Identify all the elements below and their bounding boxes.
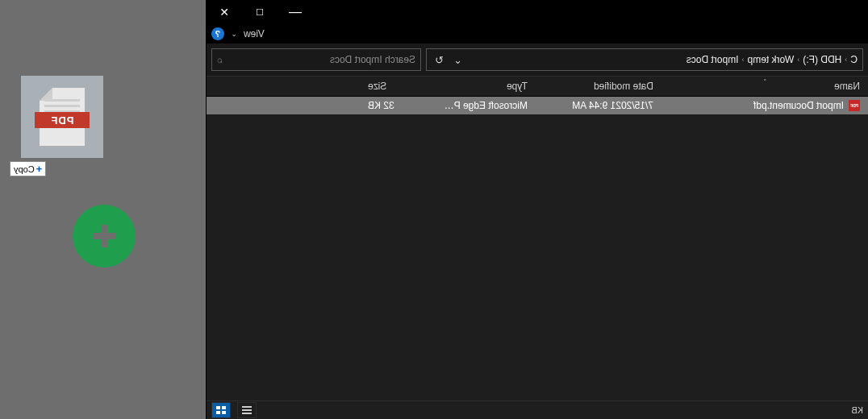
- add-button[interactable]: [73, 205, 136, 268]
- crumb-worktemp[interactable]: Work temp: [748, 54, 795, 65]
- menubar: View ⌄ ?: [207, 24, 868, 44]
- crumb-importdocs[interactable]: Import Docs: [686, 54, 739, 65]
- columns-header: ˄ Name Date modified Type Size: [207, 76, 868, 97]
- file-list[interactable]: PDF Import Document.pdf 7/15/2021 9:44 A…: [207, 97, 868, 400]
- column-date[interactable]: Date modified: [536, 81, 661, 92]
- crumb-hdd[interactable]: HDD (F:): [803, 54, 841, 65]
- dragged-pdf-icon[interactable]: PDF: [21, 76, 103, 158]
- file-type: Microsoft Edge P…: [444, 100, 528, 111]
- svg-rect-6: [216, 411, 220, 414]
- file-row[interactable]: PDF Import Document.pdf 7/15/2021 9:44 A…: [207, 97, 868, 114]
- svg-rect-1: [242, 409, 252, 411]
- pdf-band-label: PDF: [35, 112, 90, 128]
- pdf-file-icon: PDF: [849, 100, 860, 111]
- sort-asc-icon: ˄: [763, 79, 766, 85]
- maximize-button[interactable]: ☐: [242, 0, 278, 24]
- column-type[interactable]: Type: [431, 81, 536, 92]
- titlebar[interactable]: — ☐ ✕: [207, 0, 868, 24]
- crumb-c[interactable]: C: [850, 54, 858, 65]
- view-icons-button[interactable]: [211, 402, 231, 418]
- search-placeholder: Search Import Docs: [330, 54, 415, 65]
- drag-copy-tooltip: + Copy: [10, 161, 46, 176]
- address-bar[interactable]: C › HDD (F:) › Work temp › Import Docs ⌄…: [426, 48, 863, 71]
- svg-rect-2: [242, 413, 252, 414]
- plus-icon: +: [36, 163, 43, 175]
- grid-icon: [216, 406, 226, 414]
- search-input[interactable]: Search Import Docs ⌕: [211, 48, 421, 71]
- breadcrumb-separator-icon: ›: [797, 56, 799, 64]
- svg-rect-0: [242, 406, 252, 408]
- menu-view[interactable]: View: [244, 28, 265, 39]
- help-icon[interactable]: ?: [211, 27, 224, 40]
- column-size[interactable]: Size: [360, 81, 431, 92]
- minimize-button[interactable]: —: [278, 0, 313, 24]
- file-explorer-window: — ☐ ✕ View ⌄ ? C › HDD (F:) › Work temp …: [206, 0, 868, 419]
- file-size: 32 KB: [368, 100, 394, 111]
- refresh-icon[interactable]: ↻: [432, 54, 447, 66]
- file-name: Import Document.pdf: [753, 100, 844, 111]
- file-date: 7/15/2021 9:44 AM: [572, 100, 653, 111]
- status-kb: KB: [851, 405, 863, 415]
- close-button[interactable]: ✕: [207, 0, 242, 24]
- view-details-button[interactable]: [237, 402, 257, 418]
- svg-rect-4: [216, 406, 220, 409]
- status-bar: KB: [207, 400, 868, 419]
- drag-copy-label: Copy: [14, 164, 35, 174]
- pdf-page-icon: PDF: [40, 88, 85, 146]
- address-row: C › HDD (F:) › Work temp › Import Docs ⌄…: [207, 44, 868, 76]
- column-name[interactable]: ˄ Name: [661, 81, 868, 92]
- chevron-down-icon[interactable]: ⌄: [231, 30, 237, 38]
- breadcrumb-separator-icon: ›: [845, 56, 847, 64]
- svg-rect-3: [222, 406, 226, 409]
- breadcrumb-separator-icon: ›: [742, 56, 745, 64]
- column-name-label: Name: [834, 81, 860, 92]
- svg-rect-5: [222, 411, 226, 414]
- list-icon: [242, 406, 252, 414]
- search-icon: ⌕: [217, 54, 223, 65]
- address-dropdown-icon[interactable]: ⌄: [450, 54, 465, 66]
